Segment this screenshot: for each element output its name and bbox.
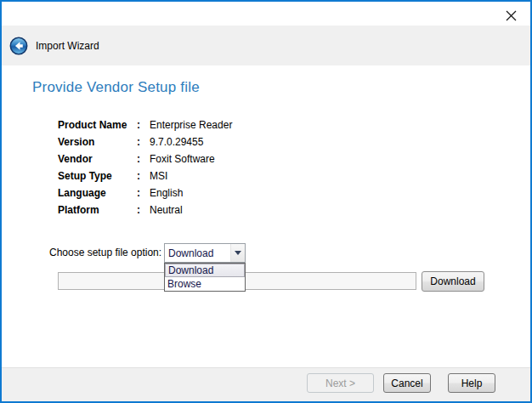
wizard-header: Import Wizard: [2, 26, 530, 65]
wizard-footer: Next > Cancel Help: [2, 367, 530, 401]
wizard-title: Import Wizard: [36, 40, 99, 52]
detail-row-vendor: Vendor : Foxit Software: [58, 150, 232, 167]
detail-label: Vendor: [58, 153, 133, 165]
combobox-selected-value: Download: [165, 247, 230, 259]
chevron-down-icon: [235, 251, 241, 255]
detail-row-version: Version : 9.7.0.29455: [58, 133, 232, 150]
detail-colon: :: [133, 187, 144, 199]
detail-row-product-name: Product Name : Enterprise Reader: [58, 116, 232, 133]
detail-label: Product Name: [58, 119, 133, 131]
cancel-button[interactable]: Cancel: [383, 373, 431, 393]
import-wizard-dialog: Import Wizard Provide Vendor Setup file …: [0, 0, 532, 403]
detail-colon: :: [133, 170, 144, 182]
detail-value: 9.7.0.29455: [150, 136, 203, 148]
detail-value: Neutral: [150, 204, 183, 216]
detail-colon: :: [133, 119, 144, 131]
setup-option-label: Choose setup file option:: [49, 247, 161, 258]
detail-label: Platform: [58, 204, 133, 216]
back-icon[interactable]: [9, 37, 28, 55]
setup-option-combobox[interactable]: Download: [164, 243, 246, 263]
detail-colon: :: [133, 204, 144, 216]
detail-row-platform: Platform : Neutral: [58, 202, 232, 219]
detail-value: Enterprise Reader: [150, 119, 232, 131]
detail-value: Foxit Software: [150, 153, 215, 165]
product-details: Product Name : Enterprise Reader Version…: [58, 116, 232, 219]
title-bar: [2, 2, 530, 26]
detail-label: Version: [58, 136, 133, 148]
dropdown-option-browse[interactable]: Browse: [165, 277, 245, 291]
next-button[interactable]: Next >: [307, 373, 374, 393]
detail-label: Setup Type: [58, 170, 133, 182]
detail-value: English: [150, 187, 183, 199]
combobox-dropdown-button[interactable]: [230, 244, 245, 262]
detail-colon: :: [133, 136, 144, 148]
close-button[interactable]: [498, 8, 524, 23]
detail-colon: :: [133, 153, 144, 165]
setup-option-dropdown-list: Download Browse: [164, 263, 246, 292]
wizard-content: Provide Vendor Setup file Product Name :…: [2, 65, 530, 367]
help-button[interactable]: Help: [448, 373, 495, 393]
download-button[interactable]: Download: [422, 271, 484, 292]
detail-label: Language: [58, 187, 133, 199]
detail-value: MSI: [150, 170, 167, 182]
detail-row-setup-type: Setup Type : MSI: [58, 167, 232, 184]
page-title: Provide Vendor Setup file: [32, 79, 200, 96]
close-icon: [506, 10, 517, 21]
detail-row-language: Language : English: [58, 184, 232, 202]
dropdown-option-download[interactable]: Download: [165, 264, 245, 277]
